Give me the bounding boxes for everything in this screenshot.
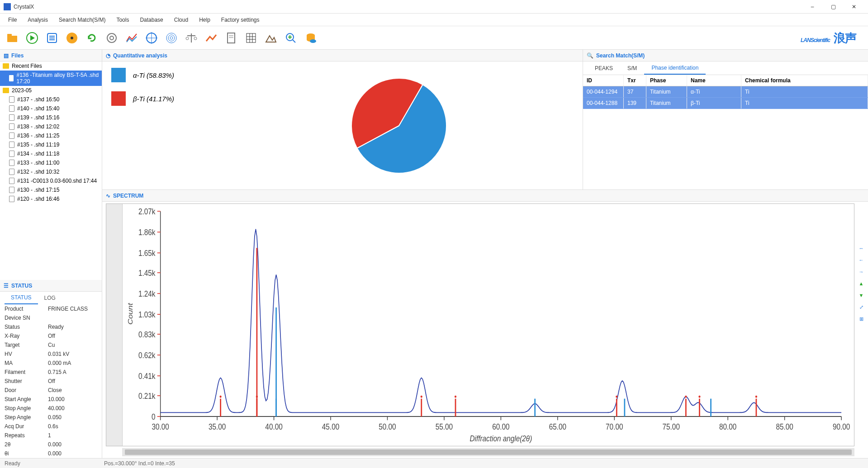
file-row[interactable]: #139 - .shd 15:16 — [0, 113, 102, 122]
svg-text:1.45k: 1.45k — [138, 269, 156, 278]
svg-text:40.00: 40.00 — [265, 422, 282, 431]
mountain-icon[interactable] — [261, 28, 280, 47]
status-tab-status[interactable]: STATUS — [5, 292, 38, 304]
search-tab[interactable]: S/M — [620, 62, 644, 74]
file-row[interactable]: #135 - .shd 11:19 — [0, 140, 102, 149]
folder-label: Recent Files — [12, 63, 42, 69]
svg-text:70.00: 70.00 — [606, 422, 623, 431]
svg-text:45.00: 45.00 — [322, 422, 339, 431]
target-icon[interactable] — [142, 28, 161, 47]
legend-item: α-Ti (58.83%) — [111, 68, 224, 82]
balance-icon[interactable] — [182, 28, 201, 47]
list-icon[interactable] — [43, 28, 62, 47]
svg-text:0: 0 — [152, 412, 156, 421]
open-file-icon[interactable] — [3, 28, 22, 47]
files-tree[interactable]: Recent Files#136 -Titanium alloy BS-T-5A… — [0, 61, 102, 280]
table-row[interactable]: 00-044-129437Titaniumα-TiTi — [583, 86, 868, 98]
file-row[interactable]: #131 -C0013 0.03-600.shd 17:44 — [0, 176, 102, 185]
grid-icon[interactable] — [242, 28, 261, 47]
menu-search-match-s-m-[interactable]: Search Match(S/M) — [53, 15, 111, 25]
column-header[interactable]: Name — [687, 75, 741, 86]
file-row[interactable]: #130 - .shd 17:15 — [0, 185, 102, 194]
table-row[interactable]: 00-044-1288139Titaniumβ-TiTi — [583, 98, 868, 109]
file-row[interactable]: #134 - .shd 11:18 — [0, 149, 102, 158]
status-bar: Ready Pos.=30.000° Ind.=0 Inte.=35 — [0, 458, 868, 468]
file-row[interactable]: #137 - .shd 16:50 — [0, 95, 102, 104]
file-row[interactable]: #136 - .shd 11:25 — [0, 131, 102, 140]
file-icon — [9, 105, 14, 112]
svg-text:0.41k: 0.41k — [138, 372, 156, 381]
menu-cloud[interactable]: Cloud — [169, 15, 194, 25]
menu-database[interactable]: Database — [134, 15, 168, 25]
menu-tools[interactable]: Tools — [111, 15, 134, 25]
menu-factory-settings[interactable]: Factory settings — [216, 15, 265, 25]
column-header[interactable]: ID — [583, 75, 624, 86]
arrow-down-icon[interactable]: ▼ — [856, 290, 866, 300]
svg-point-8 — [71, 37, 73, 39]
file-icon — [9, 169, 14, 175]
refresh-icon[interactable] — [82, 28, 101, 47]
svg-text:65.00: 65.00 — [549, 422, 566, 431]
column-header[interactable]: Chemical formula — [741, 75, 868, 86]
file-icon — [9, 187, 14, 193]
menu-analysis[interactable]: Analysis — [22, 15, 53, 25]
file-row[interactable]: #133 - .shd 11:00 — [0, 158, 102, 167]
svg-point-100 — [685, 396, 687, 398]
svg-point-96 — [455, 396, 456, 398]
file-label: #134 - .shd 11:18 — [17, 151, 59, 157]
gear-icon[interactable] — [102, 28, 121, 47]
legend-swatch — [111, 91, 126, 106]
title-bar: CrystalX – ▢ ✕ — [0, 0, 868, 14]
folder-row[interactable]: Recent Files — [0, 61, 102, 71]
svg-rect-0 — [7, 36, 17, 42]
toolbar: LANScientific浪声 — [0, 26, 868, 50]
file-row[interactable]: #132 - .shd 10:32 — [0, 167, 102, 176]
file-icon — [9, 178, 14, 184]
arrows-h-icon[interactable]: ↔ — [856, 243, 866, 253]
arrow-right-icon[interactable]: → — [856, 267, 866, 277]
status-row: Step Angle0.050 — [0, 413, 102, 422]
spectrum-scrollbar[interactable] — [122, 448, 854, 456]
file-row[interactable]: #138 - .shd 12:02 — [0, 122, 102, 131]
status-tab-log[interactable]: LOG — [38, 292, 62, 304]
cloud-db-icon[interactable] — [301, 28, 320, 47]
spectrum-panel-header: ∿ SPECTRUM — [102, 190, 868, 202]
svg-text:60.00: 60.00 — [492, 422, 509, 431]
minimize-button[interactable]: – — [802, 0, 823, 14]
expand-icon[interactable]: ⤢ — [856, 302, 866, 312]
column-header[interactable]: Phase — [646, 75, 687, 86]
svg-point-94 — [421, 396, 422, 398]
spectrum-icon: ∿ — [106, 193, 110, 199]
file-row[interactable]: #136 -Titanium alloy BS-T-5A .shd 17:20 — [0, 71, 102, 86]
fingerprint-icon[interactable] — [162, 28, 181, 47]
file-icon — [9, 151, 14, 157]
legend-item: β-Ti (41.17%) — [111, 91, 224, 106]
file-row[interactable]: #120 - .shd 16:46 — [0, 194, 102, 203]
arrow-up-icon[interactable]: ▲ — [856, 279, 866, 288]
spectrum-chart[interactable]: 30.0035.0040.0045.0050.0055.0060.0065.00… — [123, 204, 854, 446]
chart-icon[interactable] — [122, 28, 141, 47]
maximize-button[interactable]: ▢ — [823, 0, 844, 14]
menu-help[interactable]: Help — [194, 15, 216, 25]
arrow-left-icon[interactable]: ← — [856, 255, 866, 265]
document-icon[interactable] — [222, 28, 241, 47]
search-plus-icon[interactable] — [281, 28, 300, 47]
trend-icon[interactable] — [202, 28, 221, 47]
close-button[interactable]: ✕ — [844, 0, 864, 14]
column-header[interactable]: Txr — [624, 75, 646, 86]
radiation-icon[interactable] — [62, 28, 81, 47]
play-icon[interactable] — [23, 28, 42, 47]
svg-text:0.21k: 0.21k — [138, 391, 156, 400]
search-tab[interactable]: PEAKS — [588, 62, 620, 74]
grid-toggle-icon[interactable]: ⊞ — [856, 314, 866, 324]
spectrum-minimap[interactable] — [106, 204, 123, 446]
svg-point-36 — [310, 39, 316, 43]
svg-point-20 — [194, 37, 197, 40]
search-tab[interactable]: Phase identification — [644, 62, 706, 75]
menu-file[interactable]: File — [3, 15, 22, 25]
file-row[interactable]: #140 - .shd 15:40 — [0, 104, 102, 113]
folder-row[interactable]: 2023-05 — [0, 86, 102, 95]
pie-icon: ◔ — [106, 52, 110, 59]
svg-text:55.00: 55.00 — [436, 422, 453, 431]
file-icon — [9, 114, 14, 121]
